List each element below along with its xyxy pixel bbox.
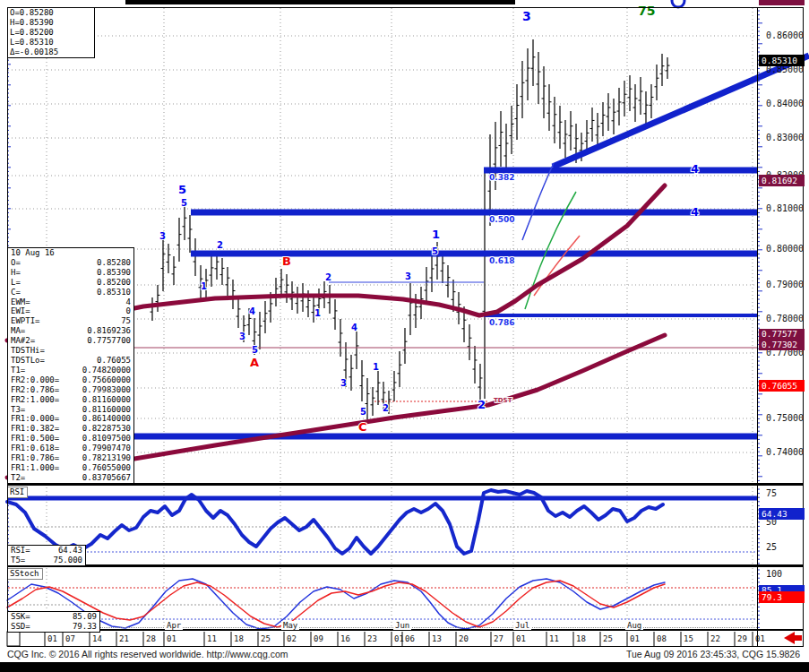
- price-badge: 0.76055: [759, 380, 805, 392]
- svg-text:4: 4: [691, 162, 699, 176]
- svg-text:3: 3: [159, 231, 166, 241]
- date-tick-label: 18: [234, 634, 244, 643]
- svg-text:4: 4: [249, 306, 255, 316]
- price-badge: 0.85310: [759, 55, 805, 66]
- date-tick-label: 11: [549, 634, 559, 643]
- date-tick-label: 16: [340, 634, 350, 643]
- month-leader-line: [7, 627, 757, 628]
- svg-text:C: C: [358, 420, 367, 434]
- study-row: EWM=4: [8, 297, 133, 307]
- price-badge: 64.43: [759, 508, 805, 520]
- date-tick-label: 01: [516, 634, 526, 643]
- study-row: TDSTHi=: [8, 346, 133, 356]
- date-tick-label: 02: [287, 634, 297, 643]
- date-tick-label: 08: [657, 634, 667, 643]
- svg-text:75: 75: [638, 4, 655, 18]
- ohlc-line: H=0.85390: [8, 18, 94, 28]
- svg-text:2: 2: [383, 403, 389, 413]
- svg-text:A: A: [250, 356, 259, 369]
- date-tick-label: 27: [494, 634, 503, 643]
- axis-price-label: 25: [766, 542, 777, 552]
- date-tick-label: 14: [92, 634, 102, 643]
- study-row: MA#2=0.7757700: [8, 336, 133, 346]
- study-row: FR1:0.618=0.79907470: [8, 444, 133, 453]
- date-tick-label: 01: [47, 634, 57, 643]
- ohlc-line: L=0.85200: [8, 28, 94, 38]
- date-tick-label: 22: [710, 634, 720, 643]
- date-tick-label: 15: [684, 634, 693, 643]
- study-row: EWPTI=75: [8, 316, 133, 326]
- study-values-panel: 10 Aug 16O=0.85280H=0.85390L=0.85200C=0.…: [7, 247, 134, 484]
- month-label: Jul: [513, 621, 531, 630]
- price-badge: 0.77302: [759, 340, 805, 350]
- date-tick-label: 06: [405, 634, 415, 643]
- date-tick-label: 21: [119, 634, 129, 643]
- scroll-left-arrow-icon[interactable]: [784, 632, 795, 644]
- date-tick-label: 25: [603, 634, 613, 643]
- date-tick-label: 01: [167, 634, 176, 643]
- svg-text:3: 3: [239, 332, 245, 341]
- date-tick-label: 01: [394, 634, 404, 643]
- ohlc-line: L=0.85310: [8, 38, 94, 47]
- axis-price-label: 0.79000: [766, 280, 804, 289]
- svg-text:1: 1: [373, 362, 379, 372]
- axis-price-label: 0.81000: [766, 203, 804, 213]
- stoch-row: SSD=79.33: [8, 622, 99, 632]
- price-badge: 0.81692: [759, 175, 805, 186]
- date-tick-label: 23: [367, 634, 377, 643]
- study-row: L=0.85200: [8, 278, 133, 288]
- study-row: FR1:0.786=0.78213190: [8, 453, 133, 463]
- axis-price-label: 0.75000: [766, 413, 804, 423]
- study-row: T2=0.83705667: [8, 473, 133, 483]
- top-window-strip: [125, 0, 515, 4]
- axis-price-label: 0.84000: [766, 99, 804, 108]
- study-row: MA=0.8169236: [8, 326, 133, 336]
- study-row: O=0.85280: [8, 258, 133, 268]
- study-row: T3=0.81160000: [8, 405, 133, 415]
- date-tick-label: 13: [432, 634, 442, 643]
- date-tick-label: 01: [630, 634, 640, 643]
- svg-text:0.618: 0.618: [489, 256, 514, 265]
- svg-text:1: 1: [201, 281, 207, 291]
- date-tick-label: 11: [207, 634, 217, 643]
- svg-text:0.786: 0.786: [489, 318, 514, 327]
- study-row: C=0.85310: [8, 288, 133, 297]
- date-tick-label: 18: [576, 634, 586, 643]
- study-row: FR2:0.786=0.79983000: [8, 385, 133, 395]
- svg-text:5: 5: [181, 198, 187, 208]
- stoch-panel-label: SStoch: [8, 568, 43, 580]
- rsi-values-box: RSI=64.43T5=75.000: [7, 545, 86, 566]
- svg-text:3: 3: [340, 378, 347, 388]
- axis-price-label: 0.83000: [766, 133, 804, 142]
- study-row: FR2:1.000=0.81160000: [8, 395, 133, 405]
- axis-price-label: 0.86000: [766, 30, 804, 40]
- date-tick-label: 28: [146, 634, 156, 643]
- axis-price-label: 0.80000: [766, 244, 804, 254]
- month-label: Jun: [393, 621, 411, 630]
- status-bar: CQG Inc. © 2016 All rights reserved worl…: [0, 648, 809, 661]
- svg-text:3: 3: [522, 9, 531, 23]
- svg-text:B: B: [282, 254, 291, 268]
- month-label: Apr: [165, 621, 183, 630]
- study-row: H=0.85390: [8, 268, 133, 278]
- svg-text:5: 5: [178, 183, 186, 196]
- study-row: FR1:0.000=0.86140000: [8, 414, 133, 424]
- date-tick-label: 07: [65, 634, 75, 643]
- svg-text:1: 1: [314, 308, 321, 318]
- rsi-row: T5=75.000: [8, 556, 85, 565]
- svg-text:4: 4: [351, 323, 357, 332]
- rsi-panel-label: RSI: [8, 487, 28, 498]
- date-tick-label: 01: [755, 634, 765, 643]
- timestamp-text: Tue Aug 09 2016 23:45:33, CQG 15.9826: [626, 649, 800, 659]
- svg-text:2: 2: [217, 240, 223, 250]
- ohlc-line: Δ=-0.00185: [8, 47, 94, 57]
- study-row: EWI=0: [8, 306, 133, 316]
- cqg-chart-window: 512344ABC7553214352143152350.3820.5000.6…: [0, 0, 809, 672]
- study-row: 10 Aug 16: [8, 248, 133, 258]
- svg-text:0.500: 0.500: [489, 215, 514, 224]
- date-tick-label: 25: [261, 634, 271, 643]
- axis-price-label: 100: [766, 569, 782, 579]
- svg-text:2: 2: [325, 272, 331, 282]
- stoch-values-box: SSK=85.09SSD=79.33: [7, 611, 100, 633]
- svg-text:5: 5: [360, 407, 366, 417]
